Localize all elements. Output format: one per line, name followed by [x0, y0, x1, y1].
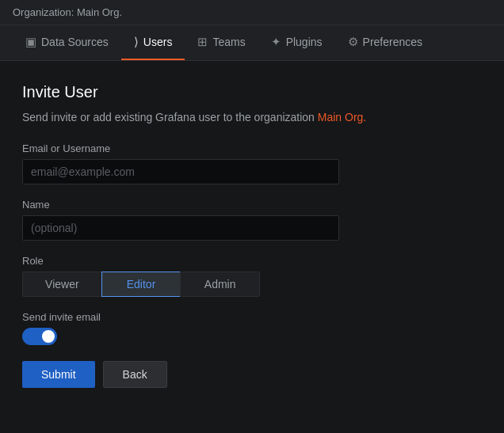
- email-label: Email or Username: [22, 142, 482, 154]
- nav-tabs: ▣ Data Sources ⟩ Users ⊞ Teams ✦ Plugins…: [0, 25, 504, 61]
- name-label: Name: [22, 199, 482, 211]
- tab-preferences[interactable]: ⚙ Preferences: [335, 25, 435, 60]
- users-icon: ⟩: [134, 35, 139, 49]
- role-admin-btn[interactable]: Admin: [180, 272, 260, 297]
- toggle-label[interactable]: [22, 328, 57, 345]
- tab-preferences-label: Preferences: [363, 36, 422, 48]
- description: Send invite or add existing Grafana user…: [22, 111, 482, 123]
- description-text: Send invite or add existing Grafana user…: [22, 111, 315, 123]
- top-bar: Organization: Main Org.: [0, 0, 504, 25]
- role-editor-btn[interactable]: Editor: [101, 272, 181, 297]
- email-input[interactable]: [22, 159, 339, 184]
- role-viewer-btn[interactable]: Viewer: [22, 272, 101, 297]
- role-group: Viewer Editor Admin: [22, 272, 260, 297]
- tab-teams[interactable]: ⊞ Teams: [185, 25, 258, 60]
- teams-icon: ⊞: [197, 35, 208, 49]
- tab-teams-label: Teams: [212, 36, 245, 48]
- tab-users[interactable]: ⟩ Users: [121, 25, 185, 60]
- toggle-wrapper: [22, 328, 482, 345]
- submit-button[interactable]: Submit: [22, 361, 95, 388]
- name-field-group: Name: [22, 199, 482, 241]
- plugins-icon: ✦: [271, 35, 281, 49]
- back-button[interactable]: Back: [103, 361, 167, 388]
- toggle-slider: [22, 328, 57, 345]
- role-field-group: Role Viewer Editor Admin: [22, 255, 482, 297]
- preferences-icon: ⚙: [348, 35, 358, 49]
- send-invite-label: Send invite email: [22, 311, 482, 323]
- name-input[interactable]: [22, 215, 339, 241]
- tab-plugins[interactable]: ✦ Plugins: [258, 25, 335, 60]
- data-sources-icon: ▣: [25, 35, 36, 49]
- button-row: Submit Back: [22, 361, 482, 388]
- send-invite-section: Send invite email: [22, 311, 482, 345]
- role-label: Role: [22, 255, 482, 267]
- content-area: Invite User Send invite or add existing …: [0, 61, 504, 410]
- tab-plugins-label: Plugins: [286, 36, 323, 48]
- tab-users-label: Users: [143, 36, 173, 48]
- email-field-group: Email or Username: [22, 142, 482, 184]
- tab-data-sources[interactable]: ▣ Data Sources: [13, 25, 121, 60]
- breadcrumb: Organization: Main Org.: [13, 6, 122, 18]
- tab-data-sources-label: Data Sources: [41, 36, 109, 48]
- page-title: Invite User: [22, 83, 482, 101]
- org-link: Main Org.: [318, 111, 366, 123]
